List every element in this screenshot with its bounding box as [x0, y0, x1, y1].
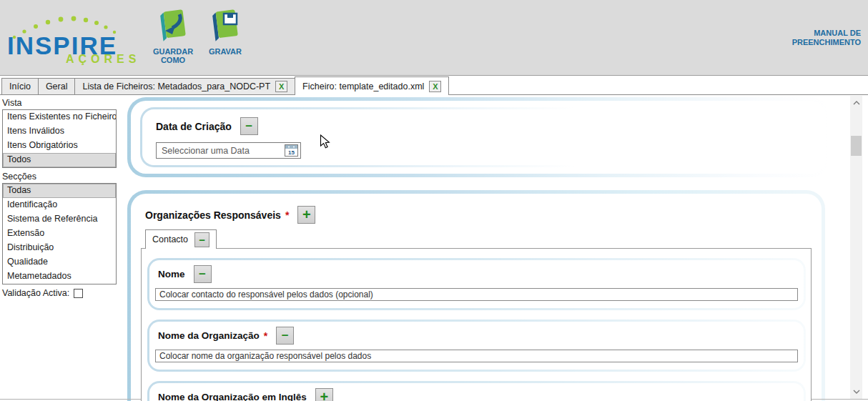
tab-label: Lista de Ficheiros: Metadados_para_NODC-… [82, 81, 270, 91]
scroll-down-icon[interactable] [850, 386, 862, 397]
required-marker: * [285, 209, 289, 221]
nome-organizacao-ingles-add-button[interactable]: + [315, 388, 333, 401]
organizacoes-add-button[interactable]: + [297, 206, 315, 224]
vista-item[interactable]: Itens Inválidos [3, 124, 116, 139]
contacto-panel: Nome − Colocar contacto do responsável p… [141, 248, 812, 401]
application-window: INSPIRE AÇORES GUARDAR COMO [0, 0, 868, 401]
seccoes-label: Secções [2, 172, 123, 182]
date-placeholder: Seleccionar uma Data [162, 146, 250, 156]
nome-remove-button[interactable]: − [194, 265, 212, 283]
sidebar: Vista Itens Existentes no Ficheiro Itens… [0, 95, 123, 401]
scrollbar-thumb[interactable] [851, 136, 862, 156]
field-title-nome-organizacao: Nome da Organização [158, 330, 260, 341]
validation-checkbox[interactable] [74, 289, 83, 298]
seccoes-item[interactable]: Metametadados [3, 269, 116, 284]
validation-label: Validação Activa: [2, 288, 69, 298]
field-nome-organizacao-box: Nome da Organização * − Colocar nome da … [147, 320, 806, 372]
date-picker-input[interactable]: Seleccionar uma Data 15 [156, 142, 301, 159]
tab-label: Ficheiro: template_editado.xml [302, 81, 424, 91]
section-title-organizacoes: Organizações Responsáveis [145, 209, 281, 221]
seccoes-item[interactable]: Distribuição [3, 241, 116, 255]
inspire-acores-logo: INSPIRE AÇORES [7, 6, 161, 71]
validation-row: Validação Activa: [2, 288, 123, 298]
guardar-como-label: GUARDAR COMO [147, 47, 199, 64]
section-data-criacao-container: Data de Criação − Seleccionar uma Data [127, 97, 829, 177]
tab-label: Início [9, 81, 31, 91]
contacto-remove-button[interactable]: − [194, 232, 209, 247]
seccoes-item[interactable]: Extensão [3, 227, 116, 241]
section-organizacoes-inner: Organizações Responsáveis * + Contacto −… [131, 194, 822, 401]
field-title-nome-organizacao-ingles: Nome da Organização em Inglês [158, 392, 307, 401]
section-organizacoes-container: Organizações Responsáveis * + Contacto −… [127, 190, 825, 401]
seccoes-item[interactable]: Qualidade [3, 255, 116, 269]
tab-geral[interactable]: Geral [38, 78, 76, 94]
gravar-button[interactable]: GRAVAR [199, 9, 252, 56]
seccoes-listbox: Todas Identificação Sistema de Referênci… [2, 183, 117, 284]
mouse-cursor [320, 134, 331, 152]
seccoes-item[interactable]: Sistema de Referência [3, 212, 116, 227]
logo-region: AÇORES [66, 53, 140, 66]
tab-bar: Início Geral Lista de Ficheiros: Metadad… [0, 76, 868, 95]
field-data-criacao-box: Data de Criação − Seleccionar uma Data [140, 107, 645, 167]
gravar-label: GRAVAR [199, 47, 252, 56]
manual-preenchimento-link[interactable]: MANUAL DE PREENCHIMENTO [781, 29, 861, 47]
calendar-icon[interactable]: 15 [285, 144, 298, 157]
tab-inicio[interactable]: Início [1, 78, 39, 94]
required-marker: * [264, 330, 267, 342]
save-as-book-arrow-icon [157, 9, 189, 46]
guardar-como-button[interactable]: GUARDAR COMO [147, 9, 199, 64]
vista-item[interactable]: Itens Obrigatórios [3, 139, 116, 153]
form-panel: Data de Criação − Seleccionar uma Data [123, 95, 868, 401]
nome-organizacao-remove-button[interactable]: − [276, 327, 294, 345]
contacto-tab-label: Contacto [152, 234, 188, 244]
vista-label: Vista [2, 98, 123, 108]
tab-close-button[interactable]: X [275, 81, 287, 92]
app-header: INSPIRE AÇORES GUARDAR COMO [0, 0, 868, 76]
save-book-floppy-icon [209, 9, 242, 46]
vista-item-selected[interactable]: Todos [3, 153, 116, 167]
tab-label: Geral [46, 81, 68, 91]
tab-lista-de-ficheiros[interactable]: Lista de Ficheiros: Metadados_para_NODC-… [74, 78, 295, 94]
nome-organizacao-input[interactable]: Colocar nome da organização responsável … [155, 350, 798, 362]
content-area: Vista Itens Existentes no Ficheiro Itens… [0, 95, 868, 401]
section-data-criacao-inner: Data de Criação − Seleccionar uma Data [131, 101, 826, 174]
seccoes-item-selected[interactable]: Todas [3, 184, 116, 198]
field-title-nome: Nome [158, 269, 185, 279]
data-criacao-remove-button[interactable]: − [240, 117, 258, 135]
svg-text:15: 15 [288, 149, 295, 156]
vista-item[interactable]: Itens Existentes no Ficheiro [3, 110, 116, 124]
tab-contacto[interactable]: Contacto − [145, 229, 217, 249]
scroll-up-icon[interactable] [850, 97, 862, 109]
field-data-criacao-content: Data de Criação − Seleccionar uma Data [142, 109, 643, 165]
field-nome-box: Nome − Colocar contacto do responsável p… [147, 258, 806, 310]
field-title-data-criacao: Data de Criação [156, 121, 232, 132]
tab-close-button[interactable]: X [429, 81, 441, 92]
seccoes-item[interactable]: Identificação [3, 198, 116, 212]
vista-listbox: Itens Existentes no Ficheiro Itens Invál… [2, 109, 117, 168]
tab-ficheiro-template-editado[interactable]: Ficheiro: template_editado.xml X [295, 76, 449, 95]
field-nome-organizacao-ingles-box: Nome da Organização em Inglês + [147, 381, 806, 401]
vertical-scrollbar[interactable] [850, 96, 862, 399]
nome-input[interactable]: Colocar contacto do responsável pelos da… [155, 288, 798, 301]
